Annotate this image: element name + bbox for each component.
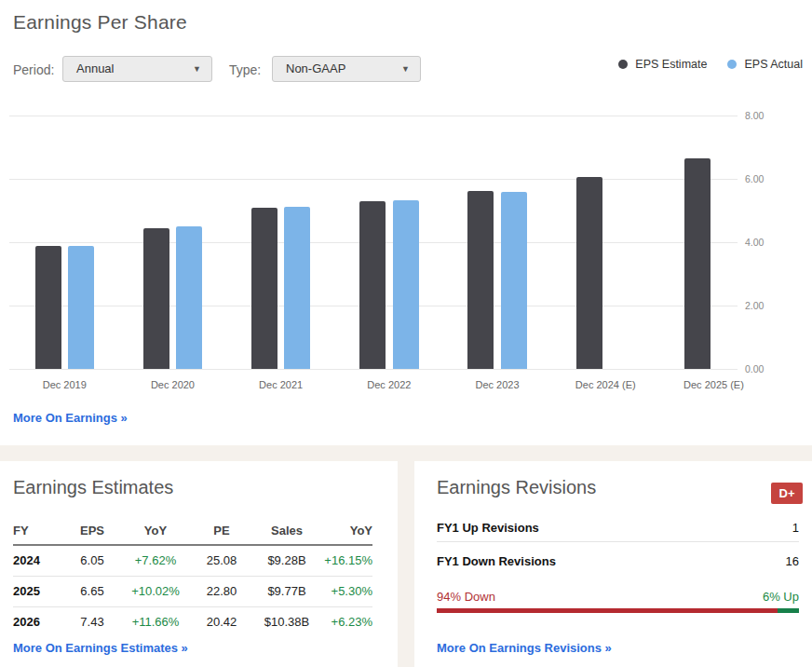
gridline [9, 116, 738, 116]
percent-down-label: 94% Down [437, 590, 495, 604]
bar-eps-estimate-dec-2020[interactable] [143, 228, 169, 369]
fy1-down-revisions-row: FY1 Down Revisions 16 [437, 547, 799, 575]
sales-yoy-cell: +6.23% [322, 607, 372, 638]
y-axis-tick-label: 0.00 [745, 363, 782, 374]
x-axis-label-dec-2023: Dec 2023 [441, 379, 553, 390]
gridline [9, 179, 738, 180]
chart-legend: EPS Estimate EPS Actual [618, 58, 803, 71]
eps-cell: 7.43 [65, 607, 119, 638]
x-axis-label-dec-2022: Dec 2022 [333, 379, 445, 390]
x-axis-label-dec-2024-e: Dec 2024 (E) [549, 379, 661, 390]
period-dropdown[interactable]: Annual ▼ [62, 56, 212, 82]
type-label: Type: [229, 62, 261, 77]
earnings-estimates-panel: Earnings Estimates FY EPS YoY PE Sales Y… [0, 461, 398, 667]
eps-estimate-dot-icon [618, 60, 628, 69]
fy1-up-revisions-value: 1 [792, 521, 799, 535]
col-header-sales: Sales [251, 522, 322, 545]
eps-yoy-cell: +11.66% [119, 607, 192, 638]
estimates-title: Earnings Estimates [13, 477, 173, 498]
legend-item-eps-estimate: EPS Estimate [618, 58, 707, 71]
sales-cell: $10.38B [251, 607, 322, 638]
legend-item-eps-actual: EPS Actual [727, 58, 803, 71]
type-dropdown-value: Non-GAAP [286, 61, 345, 75]
pe-cell: 25.08 [192, 545, 251, 577]
table-row-2026: 2026 7.43 +11.66% 20.42 $10.38B +6.23% [13, 607, 372, 638]
sales-yoy-cell: +5.30% [322, 577, 372, 607]
earnings-revisions-panel: Earnings Revisions D+ FY1 Up Revisions 1… [414, 461, 812, 667]
down-revisions-bar-segment [437, 608, 778, 613]
y-axis-tick-label: 6.00 [745, 173, 782, 184]
eps-actual-dot-icon [727, 60, 737, 69]
bar-eps-estimate-dec-2019[interactable] [35, 246, 61, 369]
fy1-up-revisions-row: FY1 Up Revisions 1 [437, 514, 799, 542]
revisions-ratio-bar [437, 608, 799, 613]
table-row-2025: 2025 6.65 +10.02% 22.80 $9.77B +5.30% [13, 577, 372, 607]
col-header-pe: PE [192, 522, 251, 545]
bar-eps-actual-dec-2020[interactable] [176, 226, 202, 369]
pe-cell: 22.80 [192, 577, 251, 607]
fy1-down-revisions-value: 16 [786, 554, 799, 568]
sales-cell: $9.77B [251, 577, 322, 607]
type-dropdown[interactable]: Non-GAAP ▼ [272, 56, 421, 82]
fy1-down-revisions-label: FY1 Down Revisions [437, 554, 556, 568]
table-row-2024: 2024 6.05 +7.62% 25.08 $9.28B +16.15% [13, 545, 372, 577]
earnings-per-share-panel: Earnings Per Share Period: Annual ▼ Type… [0, 0, 812, 445]
eps-bar-chart: 8.006.004.002.000.00Dec 2019Dec 2020Dec … [0, 102, 812, 410]
col-header-yoy: YoY [119, 522, 192, 545]
more-on-earnings-estimates-link[interactable]: More On Earnings Estimates » [13, 641, 188, 655]
eps-yoy-cell: +7.62% [119, 545, 192, 577]
fy1-up-revisions-label: FY1 Up Revisions [437, 521, 539, 535]
gridline [9, 369, 738, 370]
legend-label: EPS Actual [744, 58, 803, 71]
bar-eps-estimate-dec-2023[interactable] [467, 191, 494, 369]
bar-eps-actual-dec-2022[interactable] [393, 200, 419, 369]
col-header-sales-yoy: YoY [322, 522, 372, 545]
x-axis-label-dec-2021: Dec 2021 [225, 379, 337, 390]
revisions-title: Earnings Revisions [437, 477, 596, 498]
fy-cell: 2025 [13, 577, 65, 607]
eps-cell: 6.65 [65, 577, 119, 607]
estimates-table: FY EPS YoY PE Sales YoY 2024 6.05 +7.62%… [13, 522, 372, 637]
fy-cell: 2026 [13, 607, 65, 638]
y-axis-tick-label: 2.00 [745, 300, 782, 311]
fy-cell: 2024 [13, 545, 65, 577]
sales-yoy-cell: +16.15% [322, 545, 372, 577]
bar-eps-estimate-dec-2024-e[interactable] [576, 177, 602, 369]
col-header-eps: EPS [65, 522, 119, 545]
bar-eps-estimate-dec-2025-e[interactable] [684, 158, 710, 369]
more-on-earnings-link[interactable]: More On Earnings » [13, 411, 128, 425]
x-axis-label-dec-2019: Dec 2019 [8, 379, 120, 390]
x-axis-label-dec-2025-e: Dec 2025 (E) [657, 379, 769, 390]
sales-cell: $9.28B [251, 545, 322, 577]
percent-up-label: 6% Up [763, 590, 799, 604]
y-axis-tick-label: 8.00 [745, 110, 782, 121]
y-axis-tick-label: 4.00 [745, 237, 782, 248]
period-label: Period: [13, 62, 54, 77]
bar-eps-actual-dec-2021[interactable] [284, 207, 310, 369]
bar-eps-actual-dec-2019[interactable] [68, 246, 94, 369]
chevron-down-icon: ▼ [401, 57, 410, 81]
period-dropdown-value: Annual [76, 61, 114, 75]
revisions-grade-badge[interactable]: D+ [771, 483, 803, 504]
up-revisions-bar-segment [778, 608, 799, 613]
estimates-header-row: FY EPS YoY PE Sales YoY [13, 522, 372, 545]
legend-label: EPS Estimate [635, 58, 707, 71]
x-axis-label-dec-2020: Dec 2020 [116, 379, 228, 390]
chevron-down-icon: ▼ [193, 57, 201, 81]
pe-cell: 20.42 [192, 607, 251, 638]
bar-eps-estimate-dec-2022[interactable] [359, 201, 386, 369]
eps-cell: 6.05 [65, 545, 119, 577]
revisions-percent-row: 94% Down 6% Up [437, 590, 799, 604]
col-header-fy: FY [13, 522, 65, 545]
more-on-earnings-revisions-link[interactable]: More On Earnings Revisions » [437, 641, 612, 655]
bar-eps-estimate-dec-2021[interactable] [251, 208, 277, 369]
eps-yoy-cell: +10.02% [119, 577, 192, 607]
bar-eps-actual-dec-2023[interactable] [501, 192, 527, 369]
page-title: Earnings Per Share [13, 11, 187, 34]
